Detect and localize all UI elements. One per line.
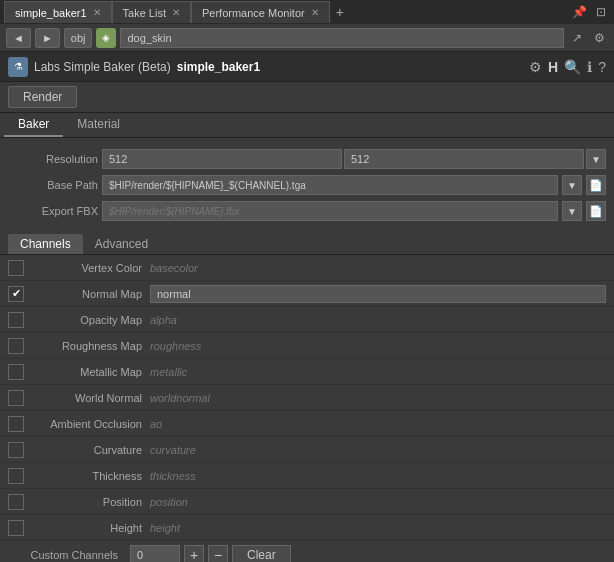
channel-check-normal-map[interactable]: ✔ [8, 286, 24, 302]
channel-row-normal-map: ✔ Normal Map normal [0, 281, 614, 307]
node-title-bar: ⚗ Labs Simple Baker (Beta) simple_baker1… [0, 52, 614, 82]
node-title-icons: ⚙ H 🔍 ℹ ? [529, 59, 606, 75]
channel-label-world-normal: World Normal [32, 392, 142, 404]
tab-material[interactable]: Material [63, 113, 134, 137]
channel-value-ambient-occlusion: ao [150, 418, 606, 430]
custom-channels-plus[interactable]: + [184, 545, 204, 562]
custom-channels-clear[interactable]: Clear [232, 545, 291, 562]
resolution-dropdown[interactable]: ▼ [586, 149, 606, 169]
resolution-height[interactable] [344, 149, 584, 169]
question-icon[interactable]: ? [598, 59, 606, 75]
tab-advanced[interactable]: Advanced [83, 234, 160, 254]
tab-simple-baker-label: simple_baker1 [15, 7, 87, 19]
export-fbx-file-icon[interactable]: 📄 [586, 201, 606, 221]
add-tab-button[interactable]: + [330, 4, 350, 20]
info-icon[interactable]: ℹ [587, 59, 592, 75]
resolution-label: Resolution [8, 153, 98, 165]
channel-label-metallic-map: Metallic Map [32, 366, 142, 378]
help-h-icon[interactable]: H [548, 59, 558, 75]
tab-performance-monitor[interactable]: Performance Monitor ✕ [191, 1, 330, 23]
toolbar: ◄ ► obj ◈ ↗ ⚙ [0, 24, 614, 52]
channel-row-vertex-color: Vertex Color basecolor [0, 255, 614, 281]
channel-label-curvature: Curvature [32, 444, 142, 456]
resolution-width[interactable] [102, 149, 342, 169]
search-icon[interactable]: 🔍 [564, 59, 581, 75]
channel-row-position: Position position [0, 489, 614, 515]
custom-channels-label: Custom Channels [8, 549, 118, 561]
channel-check-ambient-occlusion[interactable] [8, 416, 24, 432]
render-button[interactable]: Render [8, 86, 77, 108]
channel-value-position: position [150, 496, 606, 508]
export-fbx-dropdown[interactable]: ▼ [562, 201, 582, 221]
sub-tabs: Channels Advanced [0, 232, 614, 255]
channel-row-opacity-map: Opacity Map alpha [0, 307, 614, 333]
properties-section: Resolution ▼ Base Path ▼ 📄 Export FBX ▼ … [0, 138, 614, 232]
custom-channels-minus[interactable]: − [208, 545, 228, 562]
channel-check-position[interactable] [8, 494, 24, 510]
channel-row-ambient-occlusion: Ambient Occlusion ao [0, 411, 614, 437]
tab-bar: simple_baker1 ✕ Take List ✕ Performance … [0, 0, 614, 24]
channel-check-height[interactable] [8, 520, 24, 536]
channel-label-thickness: Thickness [32, 470, 142, 482]
obj-button[interactable]: obj [64, 28, 93, 48]
channel-value-normal-map[interactable]: normal [150, 285, 606, 303]
node-title-text: Labs Simple Baker (Beta) [34, 60, 171, 74]
channel-check-curvature[interactable] [8, 442, 24, 458]
tab-simple-baker[interactable]: simple_baker1 ✕ [4, 1, 112, 23]
channel-label-vertex-color: Vertex Color [32, 262, 142, 274]
maximize-icon: ⊡ [592, 3, 610, 21]
channel-value-curvature: curvature [150, 444, 606, 456]
custom-channels-row: Custom Channels + − Clear [0, 541, 614, 562]
tab-channels[interactable]: Channels [8, 234, 83, 254]
stream-icon: ↗ [568, 29, 586, 47]
tab-simple-baker-close[interactable]: ✕ [93, 7, 101, 18]
gear-icon: ⚙ [590, 29, 608, 47]
resolution-fields: ▼ [102, 149, 606, 169]
channel-value-vertex-color: basecolor [150, 262, 606, 274]
base-path-dropdown[interactable]: ▼ [562, 175, 582, 195]
path-input[interactable] [120, 28, 564, 48]
resolution-row: Resolution ▼ [0, 146, 614, 172]
tab-performance-monitor-label: Performance Monitor [202, 7, 305, 19]
tab-take-list[interactable]: Take List ✕ [112, 1, 191, 23]
channel-check-vertex-color[interactable] [8, 260, 24, 276]
back-button[interactable]: ◄ [6, 28, 31, 48]
render-bar: Render [0, 82, 614, 113]
base-path-input[interactable] [102, 175, 558, 195]
channel-label-normal-map: Normal Map [32, 288, 142, 300]
channel-check-opacity-map[interactable] [8, 312, 24, 328]
tab-baker[interactable]: Baker [4, 113, 63, 137]
channel-check-metallic-map[interactable] [8, 364, 24, 380]
node-type-icon: ◈ [96, 28, 116, 48]
base-path-label: Base Path [8, 179, 98, 191]
channel-check-roughness-map[interactable] [8, 338, 24, 354]
channel-row-curvature: Curvature curvature [0, 437, 614, 463]
channel-row-metallic-map: Metallic Map metallic [0, 359, 614, 385]
channel-label-opacity-map: Opacity Map [32, 314, 142, 326]
channel-label-height: Height [32, 522, 142, 534]
base-path-file-icon[interactable]: 📄 [586, 175, 606, 195]
channel-value-world-normal: worldnormal [150, 392, 606, 404]
channel-row-height: Height height [0, 515, 614, 541]
tab-performance-monitor-close[interactable]: ✕ [311, 7, 319, 18]
channel-value-metallic-map: metallic [150, 366, 606, 378]
export-fbx-label: Export FBX [8, 205, 98, 217]
channel-value-opacity-map: alpha [150, 314, 606, 326]
channel-check-thickness[interactable] [8, 468, 24, 484]
pin-icon: 📌 [570, 3, 588, 21]
export-fbx-row: Export FBX ▼ 📄 [0, 198, 614, 224]
channel-row-world-normal: World Normal worldnormal [0, 385, 614, 411]
channel-value-thickness: thickness [150, 470, 606, 482]
node-title-name: simple_baker1 [177, 60, 260, 74]
channel-row-thickness: Thickness thickness [0, 463, 614, 489]
custom-channels-input[interactable] [130, 545, 180, 562]
export-fbx-input[interactable] [102, 201, 558, 221]
settings-icon[interactable]: ⚙ [529, 59, 542, 75]
forward-button[interactable]: ► [35, 28, 60, 48]
channel-label-position: Position [32, 496, 142, 508]
base-path-row: Base Path ▼ 📄 [0, 172, 614, 198]
channel-label-ambient-occlusion: Ambient Occlusion [32, 418, 142, 430]
channel-check-world-normal[interactable] [8, 390, 24, 406]
tab-take-list-close[interactable]: ✕ [172, 7, 180, 18]
channel-list: Vertex Color basecolor ✔ Normal Map norm… [0, 255, 614, 541]
